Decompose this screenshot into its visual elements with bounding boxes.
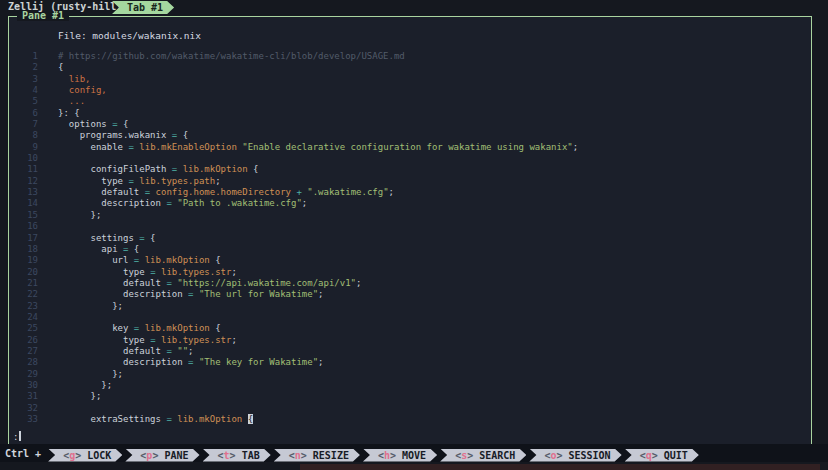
keybind-label: TAB [242, 450, 260, 461]
code-line[interactable]: 12 type = lib.types.path; [9, 176, 809, 187]
code-text: api = { [58, 244, 139, 255]
code-line[interactable]: 28 description = "The key for Wakatime"; [9, 357, 809, 368]
keybind-ribbon-pane[interactable]: <p> PANE [125, 449, 199, 462]
text-cursor [19, 431, 21, 441]
code-text: extraSettings = lib.mkOption { [58, 414, 253, 425]
code-line[interactable]: 27 default = ""; [9, 346, 809, 357]
code-line[interactable]: 1# https://github.com/wakatime/wakatime-… [9, 51, 809, 62]
command-line[interactable]: : [13, 431, 21, 443]
line-number: 18 [9, 244, 38, 255]
keybind-label: QUIT [664, 450, 688, 461]
code-line[interactable]: 19 url = lib.mkOption { [9, 255, 809, 266]
code-line[interactable]: 2{ [9, 62, 809, 73]
line-number: 13 [9, 187, 38, 198]
line-number: 26 [9, 335, 38, 346]
code-line[interactable]: 5 ... [9, 96, 809, 107]
session-label: Zellij (rusty-hill) [8, 1, 122, 12]
code-text: }: { [58, 108, 80, 119]
code-line[interactable]: 6}: { [9, 108, 809, 119]
code-text: type = lib.types.str; [58, 335, 237, 346]
code-line[interactable]: 25 key = lib.mkOption { [9, 323, 809, 334]
line-number: 8 [9, 130, 38, 141]
code-line[interactable]: 30 }; [9, 380, 809, 391]
code-text: { [58, 62, 63, 73]
editor-area[interactable]: 1# https://github.com/wakatime/wakatime-… [9, 51, 809, 425]
line-number: 9 [9, 142, 38, 153]
code-text: default = "https://api.wakatime.com/api/… [58, 278, 361, 289]
line-number: 4 [9, 85, 38, 96]
keybind-ribbon-lock[interactable]: <g> LOCK [48, 449, 122, 462]
zellij-screen: Hack Club ~# scrapbookMessagesCanvasPins… [0, 0, 828, 470]
line-number: 30 [9, 380, 38, 391]
code-text: type = lib.types.path; [58, 176, 221, 187]
line-number: 10 [9, 153, 38, 164]
code-line[interactable]: 17 settings = { [9, 233, 809, 244]
keybind-ribbons: <g> LOCK<p> PANE<t> TAB<n> RESIZE<h> MOV… [48, 444, 702, 463]
keybind-label: PANE [164, 450, 188, 461]
code-text: description = "Path to .wakatime.cfg"; [58, 198, 307, 209]
code-line[interactable]: 4 config, [9, 85, 809, 96]
line-number: 25 [9, 323, 38, 334]
line-number: 17 [9, 233, 38, 244]
code-line[interactable]: 20 type = lib.types.str; [9, 267, 809, 278]
code-line[interactable]: 24 [9, 312, 809, 323]
keybind-ribbon-quit[interactable]: <q> QUIT [625, 449, 699, 462]
line-number: 28 [9, 357, 38, 368]
code-line[interactable]: 10 [9, 153, 809, 164]
file-header: File: modules/wakanix.nix [58, 30, 201, 41]
keybind-ribbon-session[interactable]: <o> SESSION [529, 449, 621, 462]
line-number: 20 [9, 267, 38, 278]
block-cursor: { [248, 414, 253, 424]
top-bar: Zellij (rusty-hill) Tab #1 [0, 0, 828, 15]
code-line[interactable]: 23 }; [9, 301, 809, 312]
code-line[interactable]: 22 description = "The url for Wakatime"; [9, 289, 809, 300]
keybind-ribbon-resize[interactable]: <n> RESIZE [274, 449, 360, 462]
line-number: 32 [9, 403, 38, 414]
code-line[interactable]: 3 lib, [9, 74, 809, 85]
code-text: }; [58, 210, 101, 221]
line-number: 14 [9, 198, 38, 209]
line-number: 2 [9, 62, 38, 73]
line-number: 29 [9, 369, 38, 380]
code-text: }; [58, 369, 123, 380]
code-line[interactable]: 21 default = "https://api.wakatime.com/a… [9, 278, 809, 289]
code-line[interactable]: 31 }; [9, 391, 809, 402]
code-line[interactable]: 15 }; [9, 210, 809, 221]
keybind-ribbon-move[interactable]: <h> MOVE [363, 449, 437, 462]
keybind-label: SEARCH [479, 450, 515, 461]
code-text: default = config.home.homeDirectory + ".… [58, 187, 394, 198]
keybind-label: MOVE [402, 450, 426, 461]
code-line[interactable]: 33 extraSettings = lib.mkOption { [9, 414, 809, 425]
ctrl-prefix: Ctrl + [5, 448, 41, 459]
line-number: 22 [9, 289, 38, 300]
code-text: default = ""; [58, 346, 193, 357]
code-text: options = { [58, 119, 128, 130]
code-line[interactable]: 7 options = { [9, 119, 809, 130]
code-line[interactable]: 9 enable = lib.mkEnableOption "Enable de… [9, 142, 809, 153]
line-number: 3 [9, 74, 38, 85]
keybind-ribbon-tab[interactable]: <t> TAB [203, 449, 271, 462]
code-line[interactable]: 18 api = { [9, 244, 809, 255]
code-line[interactable]: 16 [9, 221, 809, 232]
keybind-label: RESIZE [313, 450, 349, 461]
code-line[interactable]: 13 default = config.home.homeDirectory +… [9, 187, 809, 198]
code-text: settings = { [58, 233, 156, 244]
code-text: # https://github.com/wakatime/wakatime-c… [58, 51, 405, 62]
line-number: 5 [9, 96, 38, 107]
line-number: 19 [9, 255, 38, 266]
line-number: 16 [9, 221, 38, 232]
ghost-background-shape [300, 464, 820, 470]
keybind-ribbon-search[interactable]: <s> SEARCH [440, 449, 526, 462]
tab-ribbon[interactable]: Tab #1 [112, 1, 174, 14]
status-bar: Ctrl + <g> LOCK<p> PANE<t> TAB<n> RESIZE… [0, 444, 828, 462]
code-text: type = lib.types.str; [58, 267, 237, 278]
code-line[interactable]: 14 description = "Path to .wakatime.cfg"… [9, 198, 809, 209]
command-prompt: : [13, 432, 18, 442]
code-line[interactable]: 32 [9, 403, 809, 414]
code-line[interactable]: 29 }; [9, 369, 809, 380]
code-text: ... [58, 96, 85, 107]
line-number: 24 [9, 312, 38, 323]
code-line[interactable]: 11 configFilePath = lib.mkOption { [9, 164, 809, 175]
code-line[interactable]: 26 type = lib.types.str; [9, 335, 809, 346]
code-line[interactable]: 8 programs.wakanix = { [9, 130, 809, 141]
